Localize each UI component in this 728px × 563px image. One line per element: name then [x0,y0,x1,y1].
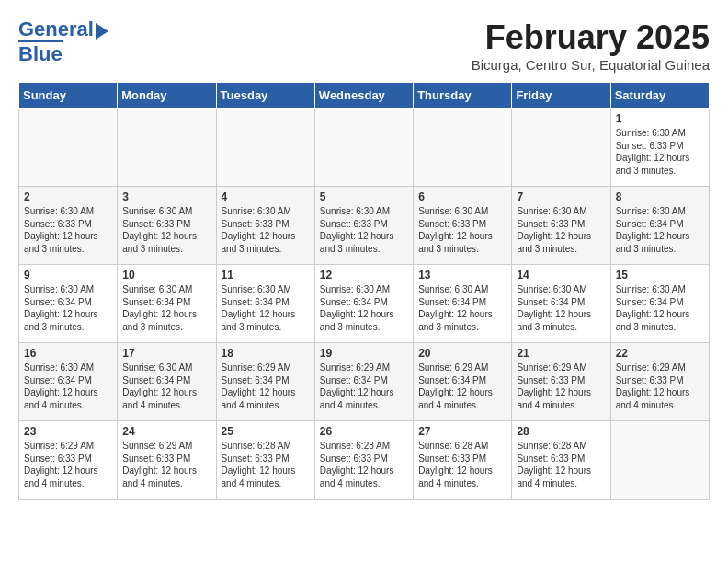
day-number: 23 [24,425,112,438]
cell-content: Sunrise: 6:30 AM Sunset: 6:33 PM Dayligh… [222,205,310,255]
calendar-cell: 5Sunrise: 6:30 AM Sunset: 6:33 PM Daylig… [314,187,413,265]
cell-content: Sunrise: 6:30 AM Sunset: 6:34 PM Dayligh… [24,362,112,411]
cell-content: Sunrise: 6:30 AM Sunset: 6:34 PM Dayligh… [320,283,408,333]
cell-content: Sunrise: 6:30 AM Sunset: 6:34 PM Dayligh… [517,283,605,333]
logo: General Blue [18,18,108,65]
weekday-header-wednesday: Wednesday [314,83,413,109]
cell-content: Sunrise: 6:30 AM Sunset: 6:34 PM Dayligh… [616,205,704,255]
week-row-3: 16Sunrise: 6:30 AM Sunset: 6:34 PM Dayli… [19,343,710,421]
cell-content: Sunrise: 6:30 AM Sunset: 6:34 PM Dayligh… [418,283,506,333]
calendar-cell: 12Sunrise: 6:30 AM Sunset: 6:34 PM Dayli… [314,265,413,343]
calendar-cell [512,109,610,187]
cell-content: Sunrise: 6:28 AM Sunset: 6:33 PM Dayligh… [418,440,506,489]
cell-content: Sunrise: 6:30 AM Sunset: 6:33 PM Dayligh… [24,205,112,255]
calendar-cell [314,109,413,187]
calendar-cell: 9Sunrise: 6:30 AM Sunset: 6:34 PM Daylig… [19,265,118,343]
cell-content: Sunrise: 6:28 AM Sunset: 6:33 PM Dayligh… [222,440,310,489]
calendar-cell: 17Sunrise: 6:30 AM Sunset: 6:34 PM Dayli… [118,343,216,421]
calendar-cell: 2Sunrise: 6:30 AM Sunset: 6:33 PM Daylig… [19,187,118,265]
calendar-cell: 8Sunrise: 6:30 AM Sunset: 6:34 PM Daylig… [610,187,709,265]
week-row-4: 23Sunrise: 6:29 AM Sunset: 6:33 PM Dayli… [19,421,710,500]
weekday-header-tuesday: Tuesday [216,83,314,109]
calendar-cell: 15Sunrise: 6:30 AM Sunset: 6:34 PM Dayli… [610,265,709,343]
cell-content: Sunrise: 6:30 AM Sunset: 6:34 PM Dayligh… [24,283,112,333]
weekday-header-sunday: Sunday [19,83,118,109]
calendar-cell: 28Sunrise: 6:28 AM Sunset: 6:33 PM Dayli… [512,421,610,500]
calendar-cell: 20Sunrise: 6:29 AM Sunset: 6:34 PM Dayli… [414,343,512,421]
calendar-cell: 24Sunrise: 6:29 AM Sunset: 6:33 PM Dayli… [118,421,216,500]
cell-content: Sunrise: 6:30 AM Sunset: 6:33 PM Dayligh… [517,205,605,255]
day-number: 21 [517,347,605,360]
calendar-cell: 19Sunrise: 6:29 AM Sunset: 6:34 PM Dayli… [314,343,413,421]
day-number: 1 [616,112,704,125]
cell-content: Sunrise: 6:28 AM Sunset: 6:33 PM Dayligh… [320,440,408,489]
cell-content: Sunrise: 6:29 AM Sunset: 6:33 PM Dayligh… [616,362,704,411]
day-number: 27 [418,425,506,438]
day-number: 10 [122,269,210,282]
day-number: 28 [517,425,605,438]
calendar-cell: 22Sunrise: 6:29 AM Sunset: 6:33 PM Dayli… [610,343,709,421]
day-number: 4 [222,190,310,203]
day-number: 18 [222,347,310,360]
calendar-cell: 21Sunrise: 6:29 AM Sunset: 6:33 PM Dayli… [512,343,610,421]
day-number: 11 [222,269,310,282]
calendar-cell: 7Sunrise: 6:30 AM Sunset: 6:33 PM Daylig… [512,187,610,265]
day-number: 3 [122,190,210,203]
calendar-cell: 23Sunrise: 6:29 AM Sunset: 6:33 PM Dayli… [19,421,118,500]
day-number: 26 [320,425,408,438]
calendar-cell: 27Sunrise: 6:28 AM Sunset: 6:33 PM Dayli… [414,421,512,500]
cell-content: Sunrise: 6:30 AM Sunset: 6:33 PM Dayligh… [320,205,408,255]
cell-content: Sunrise: 6:29 AM Sunset: 6:33 PM Dayligh… [24,440,112,489]
cell-content: Sunrise: 6:30 AM Sunset: 6:34 PM Dayligh… [122,362,210,411]
day-number: 14 [517,269,605,282]
cell-content: Sunrise: 6:30 AM Sunset: 6:34 PM Dayligh… [222,283,310,333]
cell-content: Sunrise: 6:30 AM Sunset: 6:34 PM Dayligh… [122,283,210,333]
week-row-0: 1Sunrise: 6:30 AM Sunset: 6:33 PM Daylig… [19,109,710,187]
calendar-cell: 6Sunrise: 6:30 AM Sunset: 6:33 PM Daylig… [414,187,512,265]
day-number: 8 [616,190,704,203]
calendar-cell [610,421,709,500]
cell-content: Sunrise: 6:29 AM Sunset: 6:33 PM Dayligh… [517,362,605,411]
calendar-cell: 13Sunrise: 6:30 AM Sunset: 6:34 PM Dayli… [414,265,512,343]
cell-content: Sunrise: 6:29 AM Sunset: 6:34 PM Dayligh… [222,362,310,411]
logo-arrow-icon [96,23,108,40]
logo-text-blue: Blue [18,40,63,65]
calendar-cell: 18Sunrise: 6:29 AM Sunset: 6:34 PM Dayli… [216,343,314,421]
weekday-header-monday: Monday [118,83,216,109]
calendar-cell: 16Sunrise: 6:30 AM Sunset: 6:34 PM Dayli… [19,343,118,421]
day-number: 16 [24,347,112,360]
cell-content: Sunrise: 6:28 AM Sunset: 6:33 PM Dayligh… [517,440,605,489]
cell-content: Sunrise: 6:30 AM Sunset: 6:33 PM Dayligh… [616,127,704,177]
day-number: 13 [418,269,506,282]
day-number: 15 [616,269,704,282]
day-number: 2 [24,190,112,203]
cell-content: Sunrise: 6:29 AM Sunset: 6:33 PM Dayligh… [122,440,210,489]
title-area: February 2025 Bicurga, Centro Sur, Equat… [472,18,710,73]
cell-content: Sunrise: 6:29 AM Sunset: 6:34 PM Dayligh… [320,362,408,411]
weekday-header-row: SundayMondayTuesdayWednesdayThursdayFrid… [19,83,710,109]
weekday-header-friday: Friday [512,83,610,109]
calendar-cell [414,109,512,187]
calendar-cell: 14Sunrise: 6:30 AM Sunset: 6:34 PM Dayli… [512,265,610,343]
weekday-header-thursday: Thursday [414,83,512,109]
logo-text-general: General [18,18,94,40]
day-number: 20 [418,347,506,360]
cell-content: Sunrise: 6:30 AM Sunset: 6:33 PM Dayligh… [418,205,506,255]
week-row-2: 9Sunrise: 6:30 AM Sunset: 6:34 PM Daylig… [19,265,710,343]
weekday-header-saturday: Saturday [610,83,709,109]
day-number: 17 [122,347,210,360]
month-title: February 2025 [472,18,710,57]
day-number: 5 [320,190,408,203]
day-number: 7 [517,190,605,203]
day-number: 24 [122,425,210,438]
day-number: 22 [616,347,704,360]
cell-content: Sunrise: 6:30 AM Sunset: 6:33 PM Dayligh… [122,205,210,255]
day-number: 6 [418,190,506,203]
calendar-cell: 3Sunrise: 6:30 AM Sunset: 6:33 PM Daylig… [118,187,216,265]
day-number: 25 [222,425,310,438]
day-number: 12 [320,269,408,282]
calendar-cell [216,109,314,187]
cell-content: Sunrise: 6:30 AM Sunset: 6:34 PM Dayligh… [616,283,704,333]
calendar-table: SundayMondayTuesdayWednesdayThursdayFrid… [18,82,710,500]
calendar-cell: 1Sunrise: 6:30 AM Sunset: 6:33 PM Daylig… [610,109,709,187]
